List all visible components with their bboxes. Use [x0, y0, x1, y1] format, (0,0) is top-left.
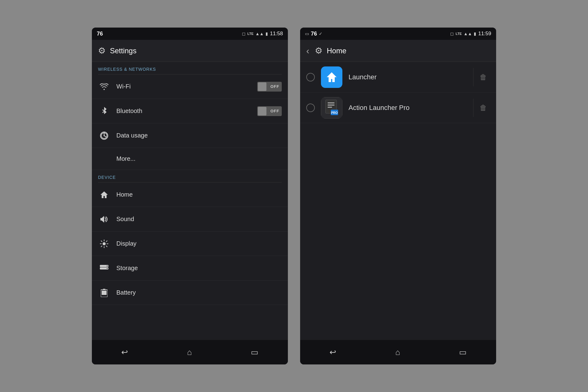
home-title: Home	[327, 47, 346, 55]
back-arrow[interactable]: ‹	[306, 46, 309, 56]
back-button-2[interactable]: ↩	[320, 345, 345, 360]
bluetooth-icon	[98, 105, 110, 117]
status-icons-2: ◻ LTE ▲▲ ▮ 11:59	[450, 31, 491, 37]
svg-point-4	[103, 242, 106, 245]
status-bar-1: 76 ◻ LTE ▲▲ ▮ 11:58	[92, 28, 288, 40]
sound-icon	[98, 213, 110, 225]
svg-point-3	[104, 135, 105, 136]
wifi-toggle-knob	[258, 82, 266, 91]
recent-button-1[interactable]: ▭	[242, 345, 268, 360]
home-button-2[interactable]: ⌂	[386, 345, 409, 360]
svg-text:PRO: PRO	[331, 111, 338, 115]
battery-icon: ▮	[266, 31, 268, 36]
launcher-list: Launcher 🗑 PRO	[300, 62, 496, 123]
wifi-row[interactable]: Wi-Fi OFF	[92, 74, 288, 99]
lte-icon: LTE	[247, 32, 254, 36]
action-launcher-row[interactable]: PRO Action Launcher Pro 🗑	[300, 92, 496, 123]
vertical-divider-2	[473, 99, 473, 117]
wifi-toggle-state: OFF	[270, 84, 279, 89]
storage-label: Storage	[116, 265, 282, 272]
nav-bar-1: ↩ ⌂ ▭	[92, 340, 288, 364]
signal-icon: ◻	[242, 31, 246, 36]
svg-point-8	[107, 268, 108, 269]
action-launcher-label: Action Launcher Pro	[349, 104, 470, 112]
home-icon	[98, 189, 110, 201]
display-row[interactable]: Display	[92, 232, 288, 256]
bluetooth-toggle[interactable]: OFF	[257, 106, 282, 116]
launcher-app-icon	[321, 66, 342, 88]
storage-row[interactable]: Storage	[92, 256, 288, 281]
phone-settings: 76 ◻ LTE ▲▲ ▮ 11:58 ⚙ Settings WIRELESS …	[92, 28, 288, 364]
status-bar-2: ▭ 76 ✓ ◻ LTE ▲▲ ▮ 11:59	[300, 28, 496, 40]
more-label: More...	[116, 155, 135, 162]
home-row[interactable]: Home	[92, 183, 288, 207]
svg-rect-11	[102, 291, 107, 295]
delete-launcher-icon[interactable]: 🗑	[477, 70, 490, 85]
device-section-header: DEVICE	[92, 170, 288, 182]
battery-level-1: 76	[97, 31, 103, 37]
launcher-icon-container	[321, 66, 342, 88]
data-usage-icon	[98, 130, 110, 142]
action-launcher-radio[interactable]	[306, 104, 315, 112]
sound-row[interactable]: Sound	[92, 207, 288, 232]
recent-button-2[interactable]: ▭	[450, 345, 476, 360]
time-1: 11:58	[270, 31, 283, 37]
svg-rect-10	[103, 289, 105, 290]
battery-row[interactable]: Battery	[92, 281, 288, 305]
nav-bar-2: ↩ ⌂ ▭	[300, 340, 496, 364]
settings-content: WIRELESS & NETWORKS Wi-Fi OFF	[92, 62, 288, 340]
settings-title: Settings	[110, 47, 137, 55]
storage-icon	[98, 262, 110, 274]
battery-icon-2: ▮	[474, 31, 476, 36]
back-button-1[interactable]: ↩	[112, 345, 137, 360]
app-bar-home: ‹ ⚙ Home	[300, 40, 496, 62]
battery-row-icon	[98, 287, 110, 299]
battery-level-2: 76	[311, 31, 317, 37]
launcher-label: Launcher	[349, 73, 470, 81]
lte-icon-2: LTE	[456, 32, 462, 36]
vertical-divider-1	[473, 68, 473, 86]
settings-gear-icon: ⚙	[98, 46, 106, 56]
delete-action-launcher-icon[interactable]: 🗑	[477, 100, 490, 115]
home-button-1[interactable]: ⌂	[178, 345, 201, 360]
bluetooth-toggle-knob	[258, 107, 266, 115]
wifi-toggle[interactable]: OFF	[257, 82, 282, 92]
time-2: 11:59	[478, 31, 491, 37]
svg-point-7	[107, 266, 108, 266]
launcher-radio[interactable]	[306, 73, 315, 81]
checkmark-icon: ✓	[319, 31, 322, 36]
battery-label: Battery	[116, 289, 282, 296]
signal-icon-2: ◻	[450, 31, 454, 36]
display-label: Display	[116, 240, 282, 247]
network-icon-2: ▲▲	[464, 31, 472, 36]
bluetooth-label: Bluetooth	[116, 107, 257, 115]
bluetooth-toggle-state: OFF	[270, 109, 279, 113]
sound-label: Sound	[116, 216, 282, 223]
home-content: Launcher 🗑 PRO	[300, 62, 496, 340]
wifi-icon	[98, 81, 110, 93]
action-launcher-icon-container: PRO	[321, 97, 342, 119]
phone-home: ▭ 76 ✓ ◻ LTE ▲▲ ▮ 11:59 ‹ ⚙ Home	[300, 28, 496, 364]
wireless-section-header: WIRELESS & NETWORKS	[92, 62, 288, 74]
wifi-label: Wi-Fi	[116, 83, 257, 90]
action-launcher-app-icon: PRO	[321, 97, 342, 119]
home-label: Home	[116, 191, 282, 198]
more-row[interactable]: More...	[92, 148, 288, 170]
data-usage-row[interactable]: Data usage	[92, 123, 288, 148]
bluetooth-row[interactable]: Bluetooth OFF	[92, 99, 288, 123]
network-icon: ▲▲	[255, 31, 264, 36]
status-icons-1: ◻ LTE ▲▲ ▮ 11:58	[242, 31, 283, 37]
app-bar-settings: ⚙ Settings	[92, 40, 288, 62]
screenshot-icon: ▭	[305, 31, 309, 36]
data-usage-label: Data usage	[116, 132, 282, 139]
launcher-row[interactable]: Launcher 🗑	[300, 62, 496, 92]
home-gear-icon: ⚙	[315, 46, 322, 56]
display-icon	[98, 238, 110, 250]
